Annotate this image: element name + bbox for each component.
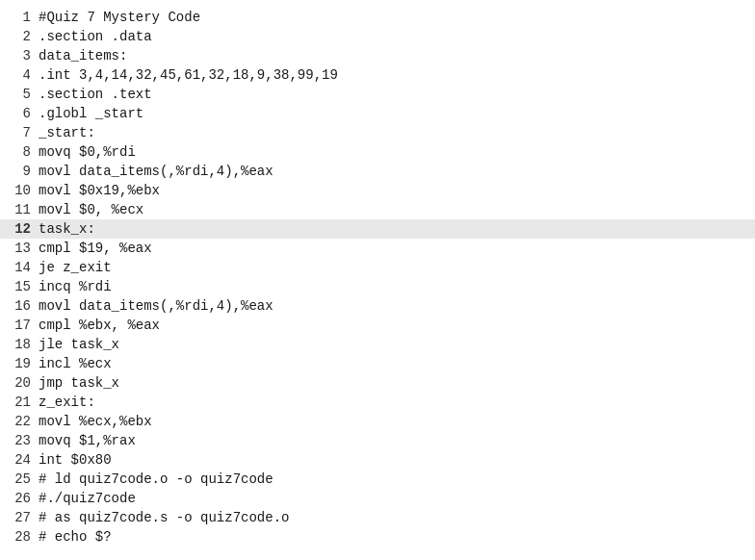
code-line: 4.int 3,4,14,32,45,61,32,18,9,38,99,19 (0, 65, 755, 85)
code-line: 14je z_exit (0, 258, 755, 277)
line-number: 3 (8, 48, 31, 64)
line-content: int $0x80 (39, 452, 112, 468)
code-line: 1#Quiz 7 Mystery Code (0, 8, 755, 27)
line-number: 24 (8, 452, 31, 468)
line-number: 15 (8, 279, 31, 294)
line-number: 20 (8, 375, 31, 391)
code-line: 10movl $0x19,%ebx (0, 181, 755, 200)
line-number: 4 (8, 67, 31, 83)
line-content: .int 3,4,14,32,45,61,32,18,9,38,99,19 (39, 67, 338, 83)
code-container: 1#Quiz 7 Mystery Code2.section .data3dat… (0, 0, 755, 560)
line-number: 27 (8, 510, 31, 525)
code-line: 18jle task_x (0, 335, 755, 354)
line-content: incl %ecx (39, 356, 112, 371)
line-number: 6 (8, 106, 31, 121)
line-number: 14 (8, 260, 31, 275)
line-content: incq %rdi (39, 279, 112, 294)
code-line: 16movl data_items(,%rdi,4),%eax (0, 296, 755, 316)
line-number: 16 (8, 298, 31, 314)
line-number: 9 (8, 164, 31, 179)
line-content: # as quiz7code.s -o quiz7code.o (39, 510, 289, 525)
code-line: 11movl $0, %ecx (0, 200, 755, 219)
code-line: 8movq $0,%rdi (0, 142, 755, 162)
line-content: #./quiz7code (39, 491, 136, 506)
line-content: .section .text (39, 87, 152, 102)
code-line: 22movl %ecx,%ebx (0, 412, 755, 431)
code-line: 25# ld quiz7code.o -o quiz7code (0, 470, 755, 489)
line-content: z_exit: (39, 395, 95, 410)
code-line: 17cmpl %ebx, %eax (0, 316, 755, 335)
line-content: .globl _start (39, 106, 143, 121)
line-content: data_items: (39, 48, 127, 64)
code-line: 19incl %ecx (0, 354, 755, 373)
code-line: 28# echo $? (0, 527, 755, 547)
line-content: movq $0,%rdi (39, 144, 136, 160)
line-content: cmpl %ebx, %eax (39, 318, 160, 333)
line-number: 7 (8, 125, 31, 140)
code-line: 3data_items: (0, 46, 755, 65)
line-content: movl data_items(,%rdi,4),%eax (39, 164, 273, 179)
code-line: 20jmp task_x (0, 373, 755, 393)
line-number: 19 (8, 356, 31, 371)
code-line: 12task_x: (0, 219, 755, 239)
line-content: movl $0x19,%ebx (39, 183, 160, 198)
line-content: movl %ecx,%ebx (39, 414, 152, 429)
line-content: cmpl $19, %eax (39, 241, 152, 256)
line-content: .section .data (39, 29, 152, 44)
line-content: movl data_items(,%rdi,4),%eax (39, 298, 273, 314)
line-number: 8 (8, 144, 31, 160)
code-line: 27# as quiz7code.s -o quiz7code.o (0, 508, 755, 527)
line-number: 28 (8, 529, 31, 545)
line-number: 2 (8, 29, 31, 44)
code-line: 9movl data_items(,%rdi,4),%eax (0, 162, 755, 181)
code-line: 23movq $1,%rax (0, 431, 755, 450)
line-number: 26 (8, 491, 31, 506)
line-number: 23 (8, 433, 31, 448)
line-number: 12 (8, 221, 31, 237)
line-content: movq $1,%rax (39, 433, 136, 448)
code-line: 7_start: (0, 123, 755, 142)
code-line: 6.globl _start (0, 104, 755, 123)
line-content: _start: (39, 125, 95, 140)
line-content: #Quiz 7 Mystery Code (39, 10, 200, 25)
line-content: # echo $? (39, 529, 112, 545)
line-content: movl $0, %ecx (39, 202, 143, 217)
line-content: jmp task_x (39, 375, 119, 391)
line-number: 11 (8, 202, 31, 217)
line-content: jle task_x (39, 337, 119, 352)
line-number: 25 (8, 471, 31, 487)
code-line: 24int $0x80 (0, 450, 755, 470)
code-line: 26#./quiz7code (0, 489, 755, 508)
code-line: 13cmpl $19, %eax (0, 239, 755, 258)
line-number: 1 (8, 10, 31, 25)
line-content: task_x: (39, 221, 95, 237)
line-number: 13 (8, 241, 31, 256)
line-number: 22 (8, 414, 31, 429)
line-number: 18 (8, 337, 31, 352)
line-number: 21 (8, 395, 31, 410)
code-line: 2.section .data (0, 27, 755, 46)
line-number: 5 (8, 87, 31, 102)
line-content: # ld quiz7code.o -o quiz7code (39, 471, 273, 487)
code-line: 5.section .text (0, 85, 755, 104)
line-number: 10 (8, 183, 31, 198)
line-number: 17 (8, 318, 31, 333)
line-content: je z_exit (39, 260, 112, 275)
code-line: 15incq %rdi (0, 277, 755, 296)
code-line: 21z_exit: (0, 393, 755, 412)
